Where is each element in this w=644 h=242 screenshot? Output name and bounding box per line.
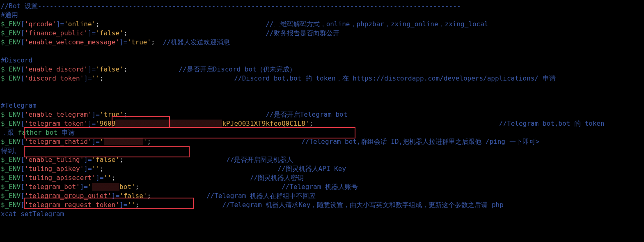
section-bot: //Bot 设置--------------------------------… (1, 2, 461, 10)
code-block: //Bot 设置--------------------------------… (0, 0, 644, 242)
line-telegram-token-cont: ，跟 father bot 申请 (1, 129, 75, 136)
line-welcome: $_ENV['enable_welcome_message']='true'; … (1, 38, 230, 46)
line-qrcode: $_ENV['qrcode']='online'; //二维码解码方式，onli… (1, 20, 488, 28)
line-tuling-apikey: $_ENV['tuling_apikey']=''; //图灵机器人API Ke… (1, 165, 346, 173)
redacted-bot: XXXXXXX (92, 183, 119, 191)
line-telegram-chatid: $_ENV['telegram_chatid']='XXXXXXXXXX'; /… (1, 138, 539, 145)
heading-general: #通用 (1, 11, 18, 19)
line-telegram-request-token: $_ENV['telegram_request_token']=''; //Te… (1, 201, 508, 209)
line-telegram-chatid-cont: 得到。 (1, 147, 21, 154)
line-xcat: xcat setTelegram (1, 210, 64, 218)
line-telegram-group-quiet: $_ENV['telegram_group_quiet']='false'; /… (1, 192, 316, 200)
heading-telegram: #Telegram (1, 101, 37, 109)
line-finance-public: $_ENV['finance_public']='false'; //财务报告是… (1, 29, 339, 37)
line-discord-token: $_ENV['discord_token']=''; //Discord bot… (1, 74, 556, 82)
heading-discord: #Discord (1, 56, 32, 64)
line-telegram-token: $_ENV['telegram_token']='9608XXXXXXXXXXX… (1, 120, 605, 127)
line-enable-telegram: $_ENV['enable_telegram']='true'; //是否开启T… (1, 111, 347, 118)
line-tuling-apisecert: $_ENV['tuling_apisecert']=''; //图灵机器人密钥 (1, 174, 304, 182)
redacted-chatid: XXXXXXXXXX (104, 138, 143, 145)
redacted-token: XXXXXXXXXXXXXXXXXXXXXXXXXXX (115, 120, 222, 127)
line-enable-discord: $_ENV['enable_discord']='false'; //是否开启D… (1, 65, 296, 73)
line-enable-tuling: $_ENV['enable_tuling']='false'; //是否开启图灵… (1, 156, 293, 164)
line-telegram-bot: $_ENV['telegram_bot']='XXXXXXXbot'; //Te… (1, 183, 358, 191)
